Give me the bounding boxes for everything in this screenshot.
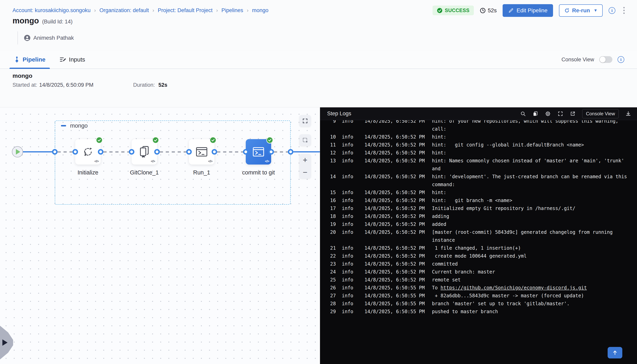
external-link-icon	[570, 111, 576, 116]
log-message: 1 file changed, 1 insertion(+)	[432, 244, 631, 252]
step-in-port[interactable]	[129, 149, 134, 154]
tab-inputs[interactable]: Inputs	[60, 50, 85, 68]
breadcrumb-item[interactable]: Account: kurosakiichigo.songoku	[12, 7, 90, 14]
log-level: info	[342, 284, 358, 292]
breadcrumb-item[interactable]: mongo	[252, 7, 268, 14]
log-message: hint: Names commonly chosen instead of '…	[432, 157, 631, 165]
topbar-actions: SUCCESS 52s Edit Pipeline Re-run ▼ i	[432, 4, 627, 17]
step-label: Run_1	[172, 169, 232, 176]
log-line-number: 14	[327, 173, 336, 188]
step-node-initialize[interactable]: </>	[75, 139, 101, 164]
step-in-port[interactable]	[243, 149, 248, 154]
log-copy-button[interactable]	[532, 111, 538, 116]
gear-icon	[545, 111, 551, 117]
log-timestamp: 14/8/2025, 6:50:52 PM	[364, 204, 426, 212]
edit-pipeline-label: Edit Pipeline	[516, 7, 548, 14]
log-row: 16info14/8/2025, 6:50:52 PMhint: git bra…	[327, 196, 631, 204]
log-message: hint:	[432, 133, 631, 141]
arrow-up-icon	[612, 350, 618, 356]
rerun-button[interactable]: Re-run ▼	[559, 4, 603, 17]
pipeline-start-node[interactable]	[12, 146, 23, 158]
step-node-commit-to-git[interactable]: </>	[246, 139, 271, 164]
log-download-button[interactable]	[626, 111, 631, 116]
stage-name: mongo	[12, 72, 32, 79]
log-row: 21info14/8/2025, 6:50:52 PM 1 file chang…	[327, 244, 631, 252]
step-in-port[interactable]	[72, 149, 78, 154]
download-icon	[626, 111, 631, 116]
log-line-number: 23	[327, 260, 336, 268]
step-in-port[interactable]	[186, 149, 192, 154]
tab-pipeline-label: Pipeline	[23, 56, 46, 63]
log-level: info	[342, 292, 358, 300]
step-out-port[interactable]	[154, 149, 160, 154]
log-search-button[interactable]	[520, 111, 526, 116]
step-out-port[interactable]	[98, 149, 104, 154]
pipeline-canvas[interactable]: mongo </>Initialize</>GitClone_1</>Run_1…	[0, 107, 320, 364]
canvas-fullscreen-button[interactable]	[299, 115, 311, 127]
tab-pipeline[interactable]: Pipeline	[14, 50, 46, 68]
log-line-number: 27	[327, 292, 336, 300]
canvas-left-expand-handle[interactable]	[0, 326, 13, 360]
console-view-toggle[interactable]	[599, 56, 612, 63]
log-message: added	[432, 220, 631, 228]
step-logs-content[interactable]: 9info14/8/2025, 6:50:52 PMhint: of your …	[320, 120, 637, 364]
breadcrumb-separator: ›	[247, 7, 248, 14]
status-badge: SUCCESS	[432, 6, 474, 15]
step-node-gitclone_1[interactable]: </>	[132, 139, 157, 164]
log-level: info	[342, 268, 358, 276]
log-row: 28info14/8/2025, 6:50:55 PMbranch 'maste…	[327, 300, 631, 308]
more-options-button[interactable]	[621, 6, 627, 15]
step-out-port[interactable]	[212, 149, 217, 154]
success-check-icon	[210, 137, 216, 144]
step-label: commit to git	[229, 169, 288, 176]
log-open-external-button[interactable]	[570, 111, 576, 116]
log-settings-button[interactable]	[545, 111, 551, 117]
log-row: 9info14/8/2025, 6:50:52 PMhint: of your …	[327, 120, 631, 133]
log-console-view-button[interactable]: Console View	[582, 109, 619, 118]
zoom-out-button[interactable]: −	[299, 166, 311, 178]
log-timestamp: 14/8/2025, 6:50:52 PM	[364, 244, 426, 252]
collapse-group-icon[interactable]	[61, 125, 66, 126]
log-level: info	[342, 308, 358, 316]
info-icon[interactable]: i	[608, 7, 615, 14]
step-logs-header: Step Logs Console View	[320, 107, 637, 120]
build-id: (Build Id: 14)	[42, 19, 72, 25]
canvas-fit-selection-button[interactable]	[299, 134, 311, 146]
log-level: info	[342, 188, 358, 196]
stage-group-label: mongo	[70, 122, 88, 129]
log-line-number: 12	[327, 149, 336, 157]
log-message: pushed to master branch	[432, 308, 631, 316]
log-message: and	[432, 165, 631, 173]
log-level: info	[342, 300, 358, 308]
scroll-to-top-button[interactable]	[608, 347, 622, 358]
edit-pipeline-button[interactable]: Edit Pipeline	[502, 4, 553, 17]
log-row: 18info14/8/2025, 6:50:52 PMadding	[327, 212, 631, 220]
log-timestamp: 14/8/2025, 6:50:52 PM	[364, 133, 426, 141]
console-view-info-icon[interactable]: i	[618, 56, 624, 63]
expand-icon	[558, 111, 563, 116]
zoom-in-button[interactable]: +	[299, 154, 311, 166]
play-icon	[16, 149, 20, 154]
breadcrumb-item[interactable]: Pipelines	[222, 7, 243, 14]
log-line-number: 9	[327, 120, 336, 133]
log-row: 27info14/8/2025, 6:50:55 PM + 82a6dbb...…	[327, 292, 631, 300]
log-fullscreen-button[interactable]	[558, 111, 563, 116]
edge-connector	[58, 151, 72, 153]
log-link[interactable]: https://github.com/Sonichigo/economy-dis…	[440, 285, 587, 290]
page-title: mongo	[12, 16, 39, 25]
user-avatar-icon	[24, 34, 30, 41]
breadcrumb-item[interactable]: Project: Default Project	[158, 7, 212, 14]
log-level: info	[342, 173, 358, 188]
selection-marquee-icon	[302, 137, 308, 143]
elapsed-value: 52s	[488, 7, 497, 14]
chevron-down-icon: ▼	[594, 8, 598, 13]
log-message: hint: git config --global init.defaultBr…	[432, 141, 631, 149]
breadcrumb-item[interactable]: Organization: default	[100, 7, 149, 14]
group-out-port[interactable]	[288, 149, 294, 154]
log-row: 20info14/8/2025, 6:50:52 PM[master (root…	[327, 228, 631, 244]
log-timestamp: 14/8/2025, 6:50:52 PM	[364, 141, 426, 149]
step-node-run_1[interactable]: </>	[189, 139, 214, 164]
log-message: command:	[432, 180, 631, 188]
step-out-port[interactable]	[268, 149, 274, 154]
group-in-port[interactable]	[52, 149, 58, 154]
